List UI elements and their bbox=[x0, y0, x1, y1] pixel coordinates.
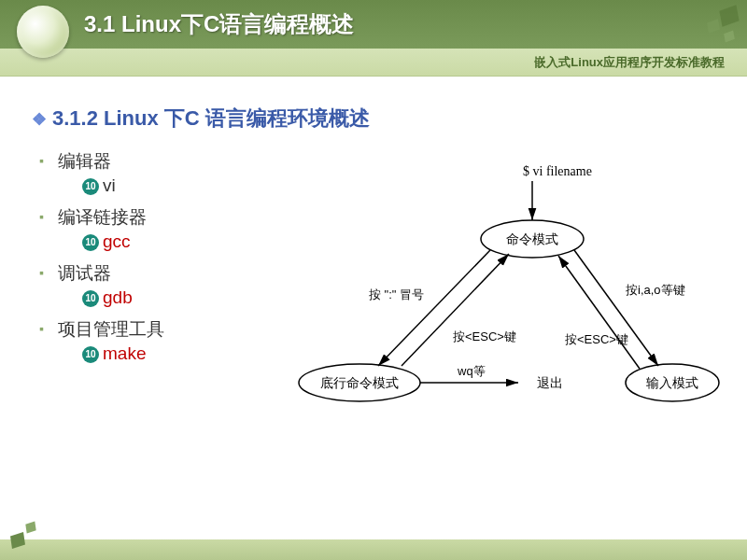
number-badge-icon: 10 bbox=[82, 290, 99, 307]
edge-label-from-lastline: 按<ESC>键 bbox=[453, 329, 516, 343]
cmd-input-text: $ vi filename bbox=[523, 164, 592, 178]
diamond-bullet-icon: ❖ bbox=[32, 110, 47, 129]
corner-decoration-tr bbox=[663, 0, 747, 65]
edge-cmd-to-lastline bbox=[378, 250, 490, 366]
vi-mode-diagram: $ vi filename 命令模式 底行命令模式 输入模式 按 ":" 冒号 … bbox=[280, 159, 728, 439]
number-badge-icon: 10 bbox=[82, 234, 99, 251]
slide-title: 3.1 Linux下C语言编程概述 bbox=[84, 9, 354, 39]
corner-decoration-bl bbox=[7, 506, 63, 553]
edge-label-to-lastline: 按 ":" 冒号 bbox=[369, 287, 424, 301]
number-badge-icon: 10 bbox=[82, 346, 99, 363]
node-exit-label: 退出 bbox=[537, 376, 563, 390]
outline-item-label: 编辑器 bbox=[58, 151, 111, 171]
slide-subheader: 嵌入式Linux应用程序开发标准教程 bbox=[0, 49, 747, 77]
outline-subitem-label: vi bbox=[103, 175, 116, 195]
outline-subitem-label: gcc bbox=[103, 231, 131, 251]
edge-label-from-insert: 按<ESC>键 bbox=[565, 332, 628, 346]
outline-subitem-label: make bbox=[103, 343, 146, 363]
edge-label-to-insert: 按i,a,o等键 bbox=[626, 283, 685, 297]
outline-item-label: 调试器 bbox=[58, 263, 111, 283]
footer-bar bbox=[0, 539, 747, 560]
section-heading-text: 3.1.2 Linux 下C 语言编程环境概述 bbox=[52, 106, 370, 130]
outline-item-label: 项目管理工具 bbox=[58, 319, 164, 339]
number-badge-icon: 10 bbox=[82, 178, 99, 195]
edge-insert-to-cmd bbox=[558, 256, 640, 369]
outline-subitem-label: gdb bbox=[103, 287, 133, 307]
outline-item-label: 编译链接器 bbox=[58, 207, 147, 227]
section-heading: ❖3.1.2 Linux 下C 语言编程环境概述 bbox=[32, 105, 728, 133]
slide-header: 3.1 Linux下C语言编程概述 bbox=[0, 0, 747, 49]
edge-label-wq: wq等 bbox=[457, 364, 486, 378]
edge-lastline-to-cmd bbox=[402, 254, 509, 366]
node-lastline-label: 底行命令模式 bbox=[320, 376, 399, 390]
edge-cmd-to-insert bbox=[574, 250, 658, 366]
logo-badge bbox=[17, 6, 69, 58]
node-insert-label: 输入模式 bbox=[646, 376, 698, 390]
node-command-label: 命令模式 bbox=[506, 232, 558, 246]
